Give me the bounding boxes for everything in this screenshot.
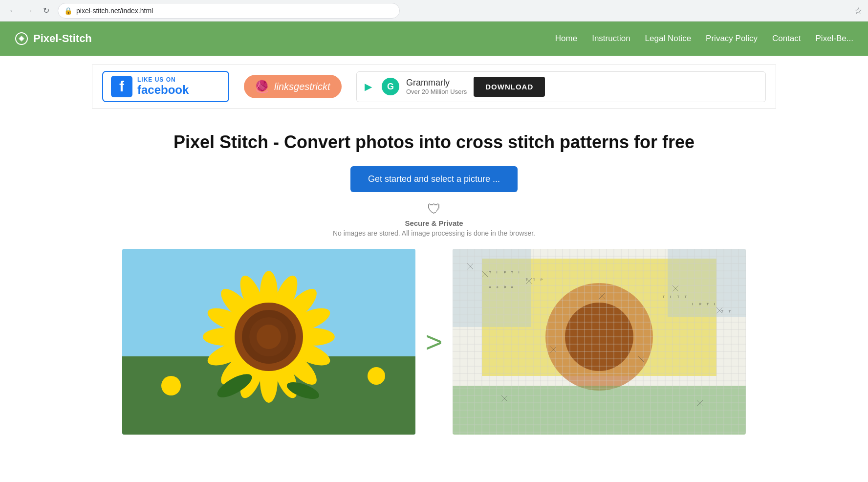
shield-icon: 🛡 xyxy=(427,201,441,217)
svg-rect-37 xyxy=(453,249,746,435)
svg-point-1 xyxy=(20,37,23,40)
logo-text: Pixel-Stitch xyxy=(33,32,92,45)
svg-text:i: i xyxy=(714,303,715,306)
secure-title: Secure & Private xyxy=(405,219,463,227)
browser-chrome: ← → ↻ 🔒 ☆ xyxy=(0,0,868,22)
grammarly-play-icon: ▶ xyxy=(365,81,372,92)
svg-text:i: i xyxy=(497,271,497,274)
secure-desc: No images are stored. All image processi… xyxy=(333,229,535,237)
facebook-icon: f xyxy=(111,76,132,97)
svg-text:P: P xyxy=(699,303,701,306)
svg-text:T: T xyxy=(526,278,528,281)
cta-wrapper: Get started and select a picture ... xyxy=(29,166,839,192)
nav-instruction[interactable]: Instruction xyxy=(592,34,630,44)
nav-pixel-be[interactable]: Pixel-Be... xyxy=(816,34,853,44)
facebook-like-label: LIKE US ON xyxy=(137,76,189,83)
svg-text:T: T xyxy=(511,271,513,274)
knitting-ad[interactable]: 🧶 linksgestrickt xyxy=(244,75,342,98)
svg-text:T: T xyxy=(677,295,679,298)
site-logo[interactable]: Pixel-Stitch xyxy=(15,32,92,45)
grammarly-download-button[interactable]: DOWNLOAD xyxy=(474,77,545,97)
comparison-arrow: > xyxy=(415,325,452,359)
facebook-name-label: facebook xyxy=(137,83,189,97)
knitting-icon: 🧶 xyxy=(255,80,269,93)
grammarly-name: Grammarly xyxy=(406,78,467,88)
facebook-text: LIKE US ON facebook xyxy=(137,76,189,97)
svg-text:T: T xyxy=(489,271,491,274)
nav-contact[interactable]: Contact xyxy=(772,34,801,44)
svg-text:i: i xyxy=(670,295,671,298)
bookmark-icon[interactable]: ☆ xyxy=(854,5,862,16)
svg-text:i: i xyxy=(519,271,519,274)
svg-point-4 xyxy=(161,376,181,395)
svg-text:P: P xyxy=(504,271,506,274)
ad-banner: f LIKE US ON facebook 🧶 linksgestrickt ▶… xyxy=(92,65,776,109)
svg-point-26 xyxy=(257,325,281,349)
nav-buttons: ← → ↻ xyxy=(6,4,53,18)
knitting-label: linksgestrickt xyxy=(274,81,330,92)
logo-icon xyxy=(15,32,28,45)
grammarly-tagline: Over 20 Million Users xyxy=(406,88,467,95)
svg-text:T: T xyxy=(685,295,687,298)
grammarly-logo: G xyxy=(382,78,399,95)
lock-icon: 🔒 xyxy=(64,7,72,15)
svg-text:T: T xyxy=(729,310,731,313)
nav-privacy[interactable]: Privacy Policy xyxy=(706,34,758,44)
cta-button[interactable]: Get started and select a picture ... xyxy=(350,166,518,192)
secure-section: 🛡 Secure & Private No images are stored.… xyxy=(29,201,839,237)
address-bar[interactable]: 🔒 xyxy=(58,3,400,19)
facebook-ad[interactable]: f LIKE US ON facebook xyxy=(102,71,229,102)
svg-text:D: D xyxy=(504,285,506,288)
svg-text:P: P xyxy=(541,278,542,281)
reload-button[interactable]: ↻ xyxy=(39,4,53,18)
nav-legal[interactable]: Legal Notice xyxy=(645,34,692,44)
back-button[interactable]: ← xyxy=(6,4,20,18)
url-input[interactable] xyxy=(76,7,393,15)
image-comparison: > xyxy=(29,249,839,435)
crossstitch-image: T i P T i T T P o o D o T i T T i xyxy=(453,249,746,435)
forward-button[interactable]: → xyxy=(22,4,36,18)
svg-text:T: T xyxy=(533,278,535,281)
grammarly-info: Grammarly Over 20 Million Users xyxy=(406,78,467,95)
original-image xyxy=(122,249,415,435)
site-header: Pixel-Stitch Home Instruction Legal Noti… xyxy=(0,22,868,56)
svg-text:T: T xyxy=(707,303,709,306)
nav-home[interactable]: Home xyxy=(555,34,577,44)
svg-text:T: T xyxy=(721,310,723,313)
svg-point-5 xyxy=(368,367,385,385)
main-content: Pixel Stitch - Convert photos into cross… xyxy=(0,117,868,449)
svg-text:T: T xyxy=(663,295,665,298)
site-nav: Home Instruction Legal Notice Privacy Po… xyxy=(555,34,853,44)
grammarly-ad: ▶ G Grammarly Over 20 Million Users DOWN… xyxy=(356,71,766,102)
svg-text:i: i xyxy=(692,303,693,306)
hero-title: Pixel Stitch - Convert photos into cross… xyxy=(29,132,839,153)
